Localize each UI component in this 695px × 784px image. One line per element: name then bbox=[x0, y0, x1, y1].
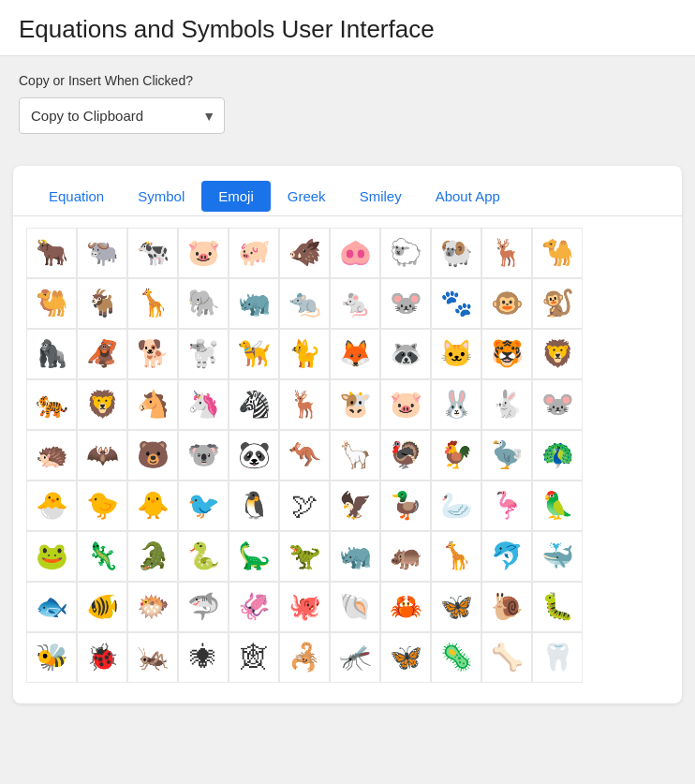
emoji-cell[interactable]: 🦏 bbox=[229, 278, 279, 329]
emoji-cell[interactable]: 🐻 bbox=[127, 430, 178, 481]
emoji-cell[interactable]: 🐘 bbox=[178, 278, 229, 329]
emoji-cell[interactable]: 🦍 bbox=[26, 329, 77, 379]
emoji-cell[interactable]: 🐣 bbox=[26, 481, 77, 531]
emoji-cell[interactable]: 🦇 bbox=[77, 430, 127, 481]
emoji-cell[interactable]: 🦓 bbox=[229, 379, 279, 430]
emoji-cell[interactable]: 🐮 bbox=[330, 379, 380, 430]
emoji-cell[interactable]: 🦕 bbox=[229, 531, 279, 582]
emoji-cell[interactable]: 🐡 bbox=[127, 582, 178, 632]
emoji-cell[interactable]: 🐯 bbox=[481, 329, 532, 379]
emoji-cell[interactable]: 🐞 bbox=[77, 632, 127, 683]
emoji-cell[interactable]: 🐗 bbox=[279, 228, 330, 278]
emoji-cell[interactable]: 🦒 bbox=[127, 278, 178, 329]
emoji-cell[interactable]: 🦘 bbox=[279, 430, 330, 481]
emoji-cell[interactable]: 🐧 bbox=[229, 481, 279, 531]
emoji-cell[interactable]: 🐂 bbox=[26, 228, 77, 278]
emoji-cell[interactable]: 🐓 bbox=[431, 430, 481, 481]
emoji-cell[interactable]: 🕊 bbox=[279, 481, 330, 531]
emoji-cell[interactable]: 🐬 bbox=[481, 531, 532, 582]
emoji-cell[interactable]: 🦌 bbox=[481, 228, 532, 278]
emoji-cell[interactable]: 🐍 bbox=[178, 531, 229, 582]
action-dropdown[interactable]: Copy to Clipboard Insert at Cursor bbox=[19, 97, 225, 134]
emoji-cell[interactable]: 🦮 bbox=[229, 329, 279, 379]
emoji-cell[interactable]: 🐏 bbox=[431, 228, 481, 278]
emoji-cell[interactable]: 🐵 bbox=[481, 278, 532, 329]
emoji-cell[interactable]: 🦟 bbox=[330, 632, 380, 683]
emoji-cell[interactable]: 🐌 bbox=[481, 582, 532, 632]
emoji-cell[interactable]: 🦌 bbox=[279, 379, 330, 430]
emoji-cell[interactable]: 🐟 bbox=[26, 582, 77, 632]
emoji-cell[interactable]: 🦙 bbox=[330, 430, 380, 481]
tab-emoji[interactable]: Emoji bbox=[201, 181, 271, 212]
emoji-cell[interactable]: 🐷 bbox=[380, 379, 431, 430]
emoji-cell[interactable]: 🦀 bbox=[380, 582, 431, 632]
emoji-cell[interactable]: 🦃 bbox=[380, 430, 431, 481]
emoji-cell[interactable]: 🐨 bbox=[178, 430, 229, 481]
emoji-cell[interactable]: 🐷 bbox=[178, 228, 229, 278]
tab-greek[interactable]: Greek bbox=[271, 181, 343, 215]
emoji-cell[interactable]: 🐚 bbox=[330, 582, 380, 632]
emoji-cell[interactable]: 🐰 bbox=[431, 379, 481, 430]
emoji-cell[interactable]: 🐱 bbox=[431, 329, 481, 379]
emoji-cell[interactable]: 🦅 bbox=[330, 481, 380, 531]
tab-smiley[interactable]: Smiley bbox=[343, 181, 419, 215]
emoji-cell[interactable]: 🐖 bbox=[229, 228, 279, 278]
emoji-cell[interactable]: 🦆 bbox=[380, 481, 431, 531]
emoji-cell[interactable]: 🐳 bbox=[532, 531, 583, 582]
emoji-cell[interactable]: 🐊 bbox=[127, 531, 178, 582]
tab-about[interactable]: About App bbox=[419, 181, 517, 215]
emoji-cell[interactable]: 🐤 bbox=[77, 481, 127, 531]
emoji-cell[interactable]: 🦖 bbox=[279, 531, 330, 582]
emoji-cell[interactable]: 🦠 bbox=[431, 632, 481, 683]
emoji-cell[interactable]: 🕷 bbox=[178, 632, 229, 683]
emoji-cell[interactable]: 🦛 bbox=[380, 531, 431, 582]
emoji-cell[interactable]: 🦒 bbox=[431, 531, 481, 582]
emoji-cell[interactable]: 🦧 bbox=[77, 329, 127, 379]
emoji-cell[interactable]: 🦋 bbox=[380, 632, 431, 683]
emoji-cell[interactable]: 🐭 bbox=[380, 278, 431, 329]
emoji-cell[interactable]: 🐒 bbox=[532, 278, 583, 329]
emoji-cell[interactable]: 🦈 bbox=[178, 582, 229, 632]
emoji-cell[interactable]: 🦏 bbox=[330, 531, 380, 582]
emoji-cell[interactable]: 🦷 bbox=[532, 632, 583, 683]
emoji-cell[interactable]: 🐑 bbox=[380, 228, 431, 278]
emoji-cell[interactable]: 🦋 bbox=[431, 582, 481, 632]
emoji-cell[interactable]: 🐼 bbox=[229, 430, 279, 481]
emoji-cell[interactable]: 🐈 bbox=[279, 329, 330, 379]
emoji-cell[interactable]: 🦑 bbox=[229, 582, 279, 632]
emoji-cell[interactable]: 🐾 bbox=[431, 278, 481, 329]
emoji-cell[interactable]: 🐴 bbox=[127, 379, 178, 430]
emoji-cell[interactable]: 🦢 bbox=[431, 481, 481, 531]
emoji-cell[interactable]: 🐭 bbox=[532, 379, 583, 430]
emoji-cell[interactable]: 🐩 bbox=[178, 329, 229, 379]
emoji-cell[interactable]: 🐝 bbox=[26, 632, 77, 683]
emoji-cell[interactable]: 🐫 bbox=[26, 278, 77, 329]
emoji-cell[interactable]: 🦝 bbox=[380, 329, 431, 379]
emoji-cell[interactable]: 🦴 bbox=[481, 632, 532, 683]
emoji-cell[interactable]: 🦁 bbox=[77, 379, 127, 430]
emoji-cell[interactable]: 🐠 bbox=[77, 582, 127, 632]
emoji-cell[interactable]: 🦔 bbox=[26, 430, 77, 481]
emoji-cell[interactable]: 🐇 bbox=[481, 379, 532, 430]
emoji-cell[interactable]: 🐕 bbox=[127, 329, 178, 379]
emoji-cell[interactable]: 🐀 bbox=[279, 278, 330, 329]
emoji-cell[interactable]: 🦎 bbox=[77, 531, 127, 582]
emoji-cell[interactable]: 🐙 bbox=[279, 582, 330, 632]
emoji-cell[interactable]: 🐃 bbox=[77, 228, 127, 278]
emoji-cell[interactable]: 🐪 bbox=[532, 228, 583, 278]
emoji-cell[interactable]: 🐸 bbox=[26, 531, 77, 582]
emoji-cell[interactable]: 🦊 bbox=[330, 329, 380, 379]
tab-symbol[interactable]: Symbol bbox=[121, 181, 201, 215]
emoji-cell[interactable]: 🦤 bbox=[481, 430, 532, 481]
emoji-cell[interactable]: 🕸 bbox=[229, 632, 279, 683]
emoji-cell[interactable]: 🐛 bbox=[532, 582, 583, 632]
tab-equation[interactable]: Equation bbox=[32, 181, 121, 215]
emoji-cell[interactable]: 🦁 bbox=[532, 329, 583, 379]
emoji-cell[interactable]: 🐅 bbox=[26, 379, 77, 430]
emoji-cell[interactable]: 🦂 bbox=[279, 632, 330, 683]
emoji-cell[interactable]: 🐄 bbox=[127, 228, 178, 278]
emoji-cell[interactable]: 🐥 bbox=[127, 481, 178, 531]
emoji-cell[interactable]: 🐦 bbox=[178, 481, 229, 531]
emoji-cell[interactable]: 🦗 bbox=[127, 632, 178, 683]
emoji-cell[interactable]: 🦚 bbox=[532, 430, 583, 481]
